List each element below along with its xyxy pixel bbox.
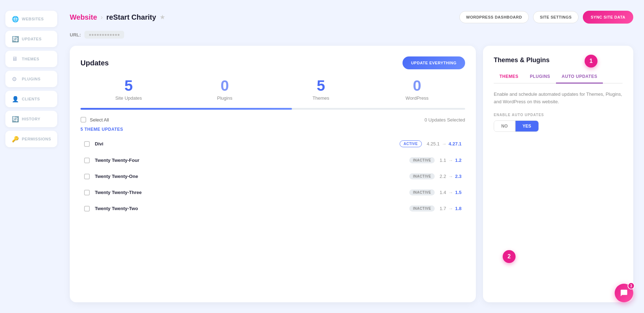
version-info: 2.2 → 2.3: [440, 174, 462, 179]
sidebar-item-permissions[interactable]: 🔑 PERMISSIONS: [5, 131, 57, 147]
version-arrow: →: [448, 174, 453, 179]
sidebar-item-websites[interactable]: 🌐 WEBSITES: [5, 11, 57, 27]
table-row: Divi ACTIVE 4.25.1 → 4.27.1: [80, 136, 465, 151]
version-new: 1.5: [455, 190, 462, 195]
stat-site-updates: 5 Site Updates: [80, 78, 177, 101]
updates-title: Updates: [80, 59, 109, 67]
header-actions: WORDPRESS DASHBOARD SITE SETTINGS SYNC S…: [459, 11, 633, 24]
panel-description: Enable and schedule automated updates fo…: [494, 91, 623, 106]
panel-tabs: THEMES PLUGINS AUTO UPDATES: [494, 71, 623, 84]
toggle-group: NO YES: [494, 120, 539, 132]
panel-title: Themes & Plugins: [494, 56, 623, 64]
panel-badge-2: 2: [503, 250, 516, 263]
stat-number-wordpress: 0: [369, 78, 465, 93]
sidebar-item-updates[interactable]: 🔄 UPDATES: [5, 31, 57, 47]
table-row: Twenty Twenty-One INACTIVE 2.2 → 2.3: [80, 169, 465, 184]
plugins-icon: ⚙: [12, 76, 18, 82]
version-info: 4.25.1 → 4.27.1: [427, 141, 462, 146]
url-label: URL:: [70, 32, 81, 38]
row-checkbox[interactable]: [84, 206, 90, 212]
update-everything-button[interactable]: UPDATE EVERYTHING: [402, 56, 465, 69]
sidebar-item-history[interactable]: 🔄 HISTORY: [5, 111, 57, 127]
permissions-icon: 🔑: [12, 136, 18, 142]
site-settings-button[interactable]: SITE SETTINGS: [533, 11, 579, 23]
select-all-left: Select All: [80, 117, 109, 123]
stats-row: 5 Site Updates 0 Plugins 5 Themes 0 Word…: [80, 78, 465, 101]
wordpress-dashboard-button[interactable]: WORDPRESS DASHBOARD: [459, 11, 529, 23]
version-new: 2.3: [455, 174, 462, 179]
sidebar-item-label: CLIENTS: [22, 97, 40, 101]
row-checkbox[interactable]: [84, 158, 90, 163]
history-icon: 🔄: [12, 116, 18, 122]
sidebar-item-label: PLUGINS: [22, 77, 40, 81]
select-all-row: Select All 0 Updates Selected: [80, 117, 465, 123]
sidebar-item-plugins[interactable]: ⚙ PLUGINS: [5, 71, 57, 87]
status-badge-inactive: INACTIVE: [409, 157, 435, 163]
progress-bar: [80, 108, 465, 110]
updates-selected-count: 0 Updates Selected: [425, 117, 465, 123]
panel-badge-1: 1: [585, 55, 597, 68]
tab-plugins[interactable]: PLUGINS: [524, 71, 556, 84]
sidebar-item-label: HISTORY: [22, 117, 40, 121]
version-new: 4.27.1: [449, 141, 462, 146]
sidebar-item-label: UPDATES: [22, 37, 42, 41]
version-arrow: →: [442, 141, 447, 146]
version-new: 1.8: [455, 206, 462, 211]
row-checkbox-divi[interactable]: [84, 141, 90, 147]
sidebar-item-themes[interactable]: 🖥 THEMES: [5, 51, 57, 67]
version-old: 1.7: [440, 206, 446, 211]
stat-label-wordpress: WordPress: [369, 95, 465, 101]
chat-button[interactable]: 3: [615, 284, 633, 302]
status-badge-active: ACTIVE: [400, 140, 422, 147]
breadcrumb-separator: ›: [101, 14, 103, 21]
version-arrow: →: [448, 206, 453, 211]
version-info: 1.4 → 1.5: [440, 190, 462, 195]
updates-header: Updates UPDATE EVERYTHING: [80, 56, 465, 69]
star-icon[interactable]: ★: [160, 13, 165, 21]
toggle-no-button[interactable]: NO: [494, 121, 515, 131]
version-new: 1.2: [455, 158, 462, 163]
tab-auto-updates[interactable]: AUTO UPDATES: [556, 71, 603, 84]
url-value: ●●●●●●●●●●●●: [84, 31, 124, 39]
stat-number-plugins: 0: [177, 78, 273, 93]
stat-number-site: 5: [80, 78, 177, 93]
version-old: 1.4: [440, 190, 446, 195]
stat-plugins: 0 Plugins: [177, 78, 273, 101]
page-header: Website › reStart Charity ★ WORDPRESS DA…: [70, 11, 633, 24]
stat-themes: 5 Themes: [273, 78, 369, 101]
clients-icon: 👤: [12, 96, 18, 102]
status-badge-inactive: INACTIVE: [409, 189, 435, 195]
stat-label-site: Site Updates: [80, 95, 177, 101]
theme-updates-label: 5 THEME UPDATES: [80, 127, 465, 132]
version-old: 4.25.1: [427, 141, 440, 146]
updates-icon: 🔄: [12, 36, 18, 42]
version-arrow: →: [448, 158, 453, 163]
progress-bar-fill: [80, 108, 292, 110]
updates-card: Updates UPDATE EVERYTHING 5 Site Updates…: [70, 46, 476, 302]
tab-themes[interactable]: THEMES: [494, 71, 524, 84]
chat-icon: [620, 289, 628, 297]
breadcrumb-current: reStart Charity: [106, 13, 156, 21]
row-checkbox[interactable]: [84, 174, 90, 179]
toggle-yes-button[interactable]: YES: [516, 121, 538, 131]
sync-site-data-button[interactable]: SYNC SITE DATA: [583, 11, 633, 24]
table-row: Twenty Twenty-Two INACTIVE 1.7 → 1.8: [80, 201, 465, 216]
theme-name: Twenty Twenty-Four: [95, 158, 404, 163]
breadcrumb-website[interactable]: Website: [70, 13, 97, 21]
themes-icon: 🖥: [12, 56, 18, 62]
breadcrumb: Website › reStart Charity ★: [70, 13, 165, 21]
select-all-checkbox[interactable]: [80, 117, 86, 123]
websites-icon: 🌐: [12, 16, 18, 22]
stat-wordpress: 0 WordPress: [369, 78, 465, 101]
chat-badge: 3: [628, 282, 635, 289]
status-badge-inactive: INACTIVE: [409, 205, 435, 212]
sidebar: 🌐 WEBSITES 🔄 UPDATES 🖥 THEMES ⚙ PLUGINS …: [0, 0, 63, 313]
table-row: Twenty Twenty-Three INACTIVE 1.4 → 1.5: [80, 185, 465, 200]
stat-label-plugins: Plugins: [177, 95, 273, 101]
select-all-label: Select All: [90, 117, 109, 123]
theme-name: Divi: [95, 141, 395, 146]
row-checkbox[interactable]: [84, 190, 90, 195]
sidebar-item-label: PERMISSIONS: [22, 137, 51, 141]
theme-name: Twenty Twenty-Two: [95, 206, 404, 211]
sidebar-item-clients[interactable]: 👤 CLIENTS: [5, 91, 57, 107]
